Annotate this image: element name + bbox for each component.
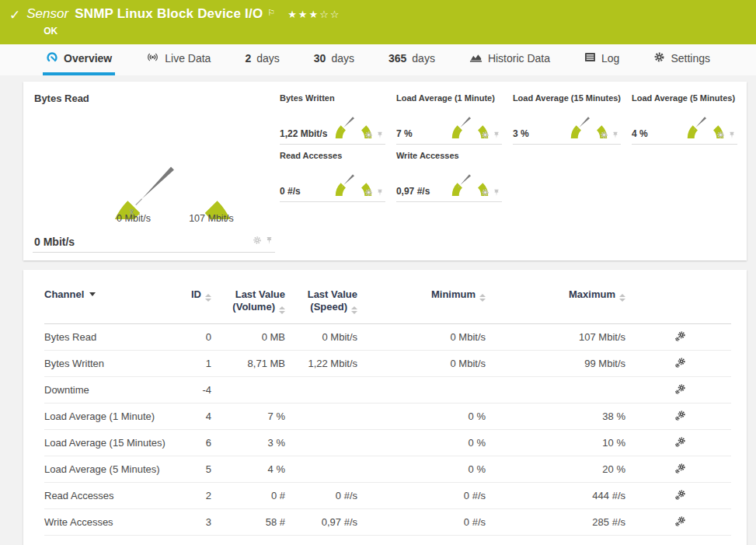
tab-30-days-number: 30: [314, 52, 326, 65]
pin-icon[interactable]: [493, 186, 500, 200]
channel-name[interactable]: Bytes Read: [44, 331, 169, 343]
column-header-minimum[interactable]: Minimum: [357, 288, 486, 302]
tab-365-days-number: 365: [388, 52, 406, 65]
maximum-value: 285 #/s: [486, 516, 625, 528]
sensor-header: ✓ Sensor SNMP Linux Block Device I/O ⚐ ★…: [0, 0, 756, 44]
edit-channel-icon[interactable]: [674, 436, 686, 450]
mini-gauge-tile-load-1min: Load Average (1 Minute) 7 %: [396, 91, 502, 145]
gear-icon[interactable]: [364, 186, 373, 200]
gear-icon[interactable]: [716, 128, 725, 142]
primary-gauge-value: 0 Mbit/s: [34, 236, 75, 248]
channel-name[interactable]: Downtime: [44, 384, 169, 396]
tile-value: 0,97 #/s: [396, 186, 430, 197]
channel-name[interactable]: Load Average (5 Minutes): [44, 463, 169, 475]
minimum-value: 0 Mbit/s: [357, 358, 486, 369]
minimum-value: 0 %: [357, 437, 486, 449]
tile-value: 3 %: [513, 128, 529, 139]
tile-value: 0 #/s: [280, 186, 301, 197]
tab-historic-data-label: Historic Data: [488, 52, 550, 65]
gear-icon: [653, 51, 665, 65]
gear-icon[interactable]: [364, 128, 373, 142]
sensor-kind-label: Sensor: [26, 6, 68, 22]
channel-name[interactable]: Load Average (15 Minutes): [44, 437, 169, 449]
channel-id: 5: [169, 463, 211, 475]
pin-icon[interactable]: [611, 128, 619, 142]
channel-table-panel: Channel ID Last Value(Volume) Last Value…: [23, 270, 747, 545]
tab-settings[interactable]: Settings: [650, 44, 713, 75]
table-row: Load Average (15 Minutes) 6 3 % 0 % 10 %: [44, 430, 731, 456]
table-row: Load Average (1 Minute) 4 7 % 0 % 38 %: [44, 404, 731, 430]
minimum-value: 0 #/s: [357, 516, 486, 528]
gear-icon[interactable]: [481, 128, 489, 142]
gear-icon[interactable]: [253, 234, 262, 248]
gauge-icon: [46, 51, 58, 66]
status-check-icon: ✓: [9, 7, 20, 23]
column-header-channel[interactable]: Channel: [44, 288, 169, 300]
tab-2-days-label: days: [256, 52, 280, 65]
mini-gauge-tile-bytes-written: Bytes Written 1,22 Mbit/s: [280, 91, 385, 145]
table-row: Write Accesses 3 58 # 0,97 #/s 0 #/s 285…: [44, 509, 731, 536]
page-title: SNMP Linux Block Device I/O: [75, 6, 263, 22]
last-value-speed: 1,22 Mbit/s: [285, 358, 357, 369]
edit-channel-icon[interactable]: [674, 463, 686, 477]
pin-icon[interactable]: [376, 186, 384, 200]
last-value-volume: 0 MB: [211, 331, 285, 343]
overview-gauges-panel: Bytes Read x̄ 0 Mbit/s 107 Mbit/s 0 Mbit…: [23, 82, 747, 260]
maximum-value: 107 Mbit/s: [486, 331, 625, 343]
gear-icon[interactable]: [600, 128, 608, 142]
pin-icon[interactable]: [728, 128, 736, 142]
broadcast-icon: [146, 51, 159, 65]
table-row: Bytes Read 0 0 MB 0 Mbit/s 0 Mbit/s 107 …: [44, 324, 731, 351]
table-row: Load Average (5 Minutes) 5 4 % 0 % 20 %: [44, 456, 731, 483]
channel-name[interactable]: Load Average (1 Minute): [44, 410, 169, 422]
column-header-maximum[interactable]: Maximum: [486, 288, 625, 302]
last-value-volume: 7 %: [211, 410, 285, 422]
tab-30-days[interactable]: 30 days: [311, 44, 357, 75]
column-header-last-value-volume[interactable]: Last Value(Volume): [211, 288, 285, 314]
gear-icon[interactable]: [481, 186, 489, 200]
channel-name[interactable]: Write Accesses: [44, 516, 169, 528]
mini-gauge-tile-load-5min: Load Average (5 Minutes) 4 %: [632, 91, 737, 145]
primary-gauge-section: Bytes Read x̄ 0 Mbit/s 107 Mbit/s 0 Mbit…: [33, 89, 275, 253]
tab-log-label: Log: [601, 52, 619, 65]
sensor-titles: Sensor SNMP Linux Block Device I/O ⚐ ★★★…: [26, 6, 340, 37]
pin-icon[interactable]: [493, 128, 500, 142]
edit-channel-icon[interactable]: [674, 489, 686, 503]
tab-365-days[interactable]: 365 days: [385, 44, 438, 75]
tab-overview[interactable]: Overview: [43, 44, 115, 75]
edit-channel-icon[interactable]: [674, 383, 686, 397]
pin-icon[interactable]: [376, 128, 384, 142]
priority-stars[interactable]: ★★★☆☆: [287, 7, 340, 23]
tab-bar: Overview Live Data 2 days 30 days 365 da…: [0, 44, 756, 75]
tile-value: 4 %: [632, 128, 648, 139]
mini-gauge-tile-read-accesses: Read Accesses 0 #/s: [280, 148, 385, 202]
edit-channel-icon[interactable]: [674, 410, 686, 424]
tab-30-days-label: days: [331, 52, 354, 65]
maximum-value: 10 %: [486, 437, 625, 449]
tab-historic-data[interactable]: Historic Data: [466, 44, 553, 75]
tab-log[interactable]: Log: [581, 44, 622, 75]
column-header-id[interactable]: ID: [169, 288, 211, 302]
tab-live-data[interactable]: Live Data: [143, 44, 214, 75]
channel-name[interactable]: Bytes Written: [44, 358, 169, 369]
last-value-speed: 0,97 #/s: [285, 516, 357, 528]
table-row: Bytes Written 1 8,71 MB 1,22 Mbit/s 0 Mb…: [44, 351, 731, 377]
column-header-last-value-speed[interactable]: Last Value(Speed): [285, 288, 357, 314]
sort-icon: [279, 306, 285, 314]
mini-gauge-tile-load-15min: Load Average (15 Minutes) 3 %: [513, 91, 621, 145]
tab-2-days[interactable]: 2 days: [242, 44, 282, 75]
maximum-value: 444 #/s: [486, 490, 625, 501]
last-value-volume: 8,71 MB: [211, 358, 285, 369]
channel-id: 6: [169, 437, 211, 449]
flag-icon[interactable]: ⚐: [267, 5, 275, 20]
pin-icon[interactable]: [265, 234, 273, 248]
maximum-value: 38 %: [486, 410, 625, 422]
edit-channel-icon[interactable]: [674, 330, 686, 344]
primary-gauge: x̄: [89, 104, 256, 219]
channel-id: -4: [169, 384, 211, 396]
channel-name[interactable]: Read Accesses: [44, 490, 169, 501]
edit-channel-icon[interactable]: [674, 515, 686, 529]
edit-channel-icon[interactable]: [674, 357, 686, 371]
gauge-scale-max: 107 Mbit/s: [189, 213, 234, 224]
tab-overview-label: Overview: [64, 52, 112, 65]
